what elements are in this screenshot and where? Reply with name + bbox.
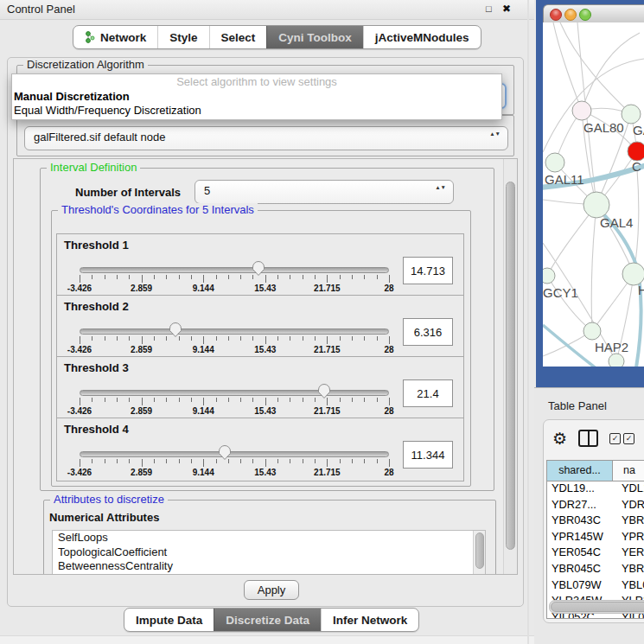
network-node-gal11[interactable] bbox=[545, 153, 564, 172]
float-window-icon[interactable]: □ bbox=[486, 3, 492, 14]
settings-vertical-scrollbar[interactable] bbox=[503, 159, 517, 574]
settings-scrollpane: Interval Definition Number of Intervals … bbox=[13, 158, 518, 575]
tick-mark bbox=[166, 459, 167, 463]
split-columns-icon[interactable] bbox=[578, 430, 598, 447]
table-horizontal-scrollbar[interactable] bbox=[549, 600, 644, 614]
threshold-value-field[interactable] bbox=[403, 318, 453, 346]
slider-scale-labels: -3.4262.8599.14415.4321.71528 bbox=[80, 345, 389, 355]
minimize-traffic-light[interactable] bbox=[564, 9, 577, 21]
checkbox-icon[interactable]: ✓ bbox=[609, 433, 621, 444]
algorithm-option-manual-discretization[interactable]: Manual Discretization bbox=[12, 90, 501, 104]
threshold-value-field[interactable] bbox=[403, 441, 453, 469]
tab-jactivemnodules[interactable]: jActiveMNodules bbox=[363, 26, 481, 48]
attribute-item-selfloops[interactable]: SelfLoops bbox=[53, 531, 485, 545]
slider-track[interactable] bbox=[80, 451, 389, 457]
tick-mark bbox=[92, 336, 92, 341]
attribute-item-betweennesscentrality[interactable]: BetweennessCentrality bbox=[53, 559, 485, 574]
scale-label: 2.859 bbox=[131, 284, 152, 293]
tick-mark bbox=[191, 275, 192, 279]
network-node-gal[interactable] bbox=[622, 105, 641, 124]
tick-mark bbox=[179, 336, 180, 341]
table-hscrollbar-thumb[interactable] bbox=[551, 602, 644, 612]
tab-style[interactable]: Style bbox=[157, 26, 208, 48]
cell-name: YDR2 bbox=[616, 498, 644, 514]
tick-mark bbox=[179, 398, 180, 402]
attributes-scrollbar-thumb[interactable] bbox=[475, 532, 484, 569]
tick-mark bbox=[252, 275, 253, 279]
tick-mark bbox=[340, 275, 341, 279]
tick-mark bbox=[277, 336, 278, 341]
scale-label: 9.144 bbox=[193, 406, 214, 416]
table-row[interactable]: YER054CYER0 bbox=[547, 545, 644, 562]
number-of-intervals-combobox[interactable]: 5 ▲▼ bbox=[194, 180, 454, 204]
tab-network[interactable]: Network bbox=[73, 26, 157, 48]
network-node-c[interactable] bbox=[628, 142, 644, 161]
settings-scrollbar-thumb[interactable] bbox=[506, 182, 515, 550]
table-row[interactable]: YBR045CYBR0 bbox=[547, 562, 644, 578]
threshold-value-field[interactable] bbox=[403, 257, 453, 284]
cell-name: YER0 bbox=[616, 545, 644, 562]
slider-track[interactable] bbox=[80, 267, 389, 273]
tick-mark bbox=[203, 336, 204, 344]
gear-icon[interactable]: ⚙ bbox=[552, 430, 567, 447]
slider-scale-labels: -3.4262.8599.14415.4321.71528 bbox=[80, 284, 389, 294]
tick-mark bbox=[142, 275, 143, 283]
scale-label: 15.43 bbox=[254, 284, 276, 293]
tick-mark bbox=[191, 459, 192, 463]
table-data-combobox[interactable]: galFiltered.sif default node ▲▼ bbox=[24, 126, 508, 150]
threshold-row-3: Threshold 3-3.4262.8599.14415.4321.71528 bbox=[56, 356, 464, 420]
column-header-shared-name[interactable]: shared... bbox=[547, 461, 613, 481]
tab-infer-network[interactable]: Infer Network bbox=[321, 609, 418, 631]
tick-mark bbox=[154, 275, 155, 279]
thresholds-group-title: Threshold's Coordinates for 5 Intervals bbox=[58, 203, 258, 216]
close-icon[interactable]: ✖ bbox=[502, 3, 511, 15]
tab-impute-data[interactable]: Impute Data bbox=[124, 609, 214, 631]
tick-mark bbox=[191, 336, 192, 341]
table-row[interactable]: YBL079WYBL0 bbox=[547, 578, 644, 595]
network-canvas[interactable]: GAL80GALCGAL11GAL4GCY1HHAP2 bbox=[543, 22, 644, 367]
tick-mark bbox=[265, 336, 266, 344]
algorithm-dropdown-popup: Select algorithm to view settings Manual… bbox=[11, 73, 502, 120]
network-edge bbox=[560, 22, 631, 114]
network-node[interactable] bbox=[609, 354, 624, 367]
apply-button[interactable]: Apply bbox=[244, 580, 299, 600]
slider-ticks bbox=[80, 398, 389, 406]
tick-mark bbox=[203, 398, 204, 405]
tab-label: Impute Data bbox=[136, 614, 202, 627]
network-node-gcy1[interactable] bbox=[543, 268, 555, 284]
threshold-value-field[interactable] bbox=[403, 379, 453, 407]
bottom-strip bbox=[0, 635, 534, 644]
scale-label: 2.859 bbox=[131, 406, 152, 416]
tab-cyni-toolbox[interactable]: Cyni Toolbox bbox=[266, 26, 363, 48]
attribute-item-topologicalcoefficient[interactable]: TopologicalCoefficient bbox=[53, 545, 485, 560]
tick-mark bbox=[240, 336, 241, 341]
table-row[interactable]: YBR043CYBR0 bbox=[547, 513, 644, 530]
tick-mark bbox=[216, 459, 217, 463]
network-node-gal80[interactable] bbox=[572, 101, 591, 120]
tick-mark bbox=[252, 336, 253, 341]
tab-discretize-data[interactable]: Discretize Data bbox=[214, 609, 321, 631]
table-row[interactable]: YDR27...YDR2 bbox=[547, 498, 644, 514]
slider-track[interactable] bbox=[80, 390, 389, 396]
tick-mark bbox=[303, 459, 303, 463]
slider-track[interactable] bbox=[80, 328, 389, 335]
numerical-attributes-list: SelfLoopsTopologicalCoefficientBetweenne… bbox=[52, 530, 486, 575]
network-node-gal4[interactable] bbox=[583, 192, 609, 218]
tab-select[interactable]: Select bbox=[209, 26, 267, 48]
network-node-hap2[interactable] bbox=[583, 322, 601, 340]
network-window-titlebar[interactable] bbox=[543, 4, 644, 24]
tick-mark bbox=[389, 459, 390, 467]
table-row[interactable]: YDL19...YDL1 bbox=[547, 481, 644, 498]
checkbox-icon[interactable]: ✓ bbox=[623, 433, 634, 444]
combo-arrows-icon: ▲▼ bbox=[435, 185, 446, 190]
dock-splitter[interactable] bbox=[527, 0, 529, 644]
tick-mark bbox=[315, 336, 316, 341]
table-panel-title: Table Panel bbox=[548, 399, 607, 412]
zoom-traffic-light[interactable] bbox=[579, 9, 591, 21]
control-panel-title: Control Panel bbox=[7, 3, 75, 16]
attributes-scrollbar[interactable] bbox=[473, 531, 485, 575]
table-row[interactable]: YPR145WYPR1 bbox=[547, 530, 644, 546]
algorithm-option-equal-width-frequency-discretization[interactable]: Equal Width/Frequency Discretization bbox=[12, 104, 501, 118]
column-header-name[interactable]: na bbox=[613, 461, 644, 481]
close-traffic-light[interactable] bbox=[550, 9, 562, 21]
